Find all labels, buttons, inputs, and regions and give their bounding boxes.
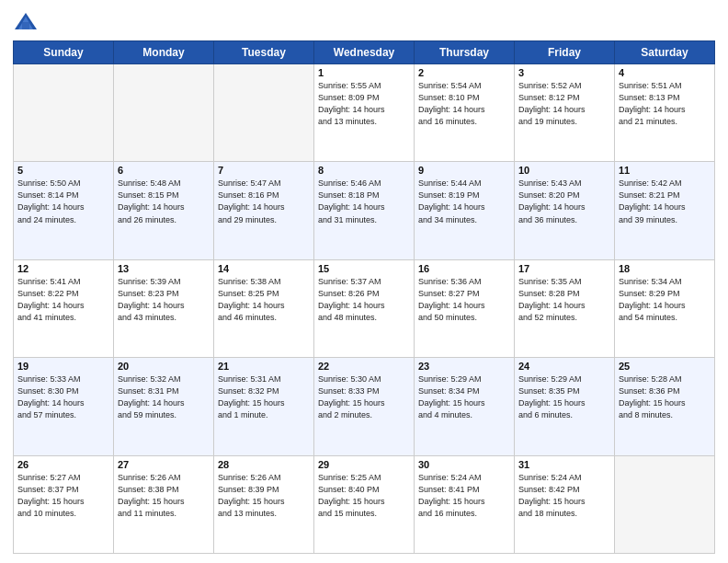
calendar-cell: 8Sunrise: 5:46 AM Sunset: 8:18 PM Daylig… <box>314 162 415 259</box>
day-number: 11 <box>619 165 711 176</box>
day-number: 24 <box>518 361 610 372</box>
calendar-header-wednesday: Wednesday <box>314 41 415 64</box>
day-number: 29 <box>318 459 410 470</box>
day-info: Sunrise: 5:25 AM Sunset: 8:40 PM Dayligh… <box>318 472 410 520</box>
svg-rect-2 <box>22 22 29 29</box>
calendar-cell: 3Sunrise: 5:52 AM Sunset: 8:12 PM Daylig… <box>515 64 615 162</box>
day-number: 12 <box>17 263 109 274</box>
day-number: 6 <box>118 165 210 176</box>
day-info: Sunrise: 5:26 AM Sunset: 8:38 PM Dayligh… <box>118 472 210 520</box>
day-info: Sunrise: 5:38 AM Sunset: 8:25 PM Dayligh… <box>218 276 310 324</box>
calendar-header-monday: Monday <box>114 41 214 64</box>
day-number: 20 <box>118 361 210 372</box>
day-info: Sunrise: 5:54 AM Sunset: 8:10 PM Dayligh… <box>418 80 510 128</box>
header <box>13 9 715 35</box>
day-number: 23 <box>418 361 510 372</box>
day-number: 27 <box>118 459 210 470</box>
day-number: 7 <box>218 165 310 176</box>
day-info: Sunrise: 5:30 AM Sunset: 8:33 PM Dayligh… <box>318 373 410 421</box>
calendar-cell: 16Sunrise: 5:36 AM Sunset: 8:27 PM Dayli… <box>415 259 515 357</box>
calendar-cell <box>214 64 314 162</box>
calendar-week-row: 1Sunrise: 5:55 AM Sunset: 8:09 PM Daylig… <box>14 64 715 162</box>
day-number: 2 <box>418 67 510 78</box>
day-number: 9 <box>418 165 510 176</box>
day-info: Sunrise: 5:55 AM Sunset: 8:09 PM Dayligh… <box>318 80 410 128</box>
day-number: 14 <box>218 263 310 274</box>
calendar-cell: 14Sunrise: 5:38 AM Sunset: 8:25 PM Dayli… <box>214 259 314 357</box>
calendar-header-row: SundayMondayTuesdayWednesdayThursdayFrid… <box>14 41 715 64</box>
day-number: 3 <box>518 67 610 78</box>
calendar-week-row: 26Sunrise: 5:27 AM Sunset: 8:37 PM Dayli… <box>14 455 715 553</box>
calendar-cell: 9Sunrise: 5:44 AM Sunset: 8:19 PM Daylig… <box>415 162 515 259</box>
day-number: 26 <box>17 459 109 470</box>
day-number: 15 <box>318 263 410 274</box>
calendar-cell: 1Sunrise: 5:55 AM Sunset: 8:09 PM Daylig… <box>314 64 415 162</box>
calendar-cell: 22Sunrise: 5:30 AM Sunset: 8:33 PM Dayli… <box>314 358 415 455</box>
calendar-cell: 20Sunrise: 5:32 AM Sunset: 8:31 PM Dayli… <box>114 358 214 455</box>
calendar-cell: 7Sunrise: 5:47 AM Sunset: 8:16 PM Daylig… <box>214 162 314 259</box>
day-number: 13 <box>118 263 210 274</box>
day-info: Sunrise: 5:28 AM Sunset: 8:36 PM Dayligh… <box>619 373 711 421</box>
calendar-cell: 27Sunrise: 5:26 AM Sunset: 8:38 PM Dayli… <box>114 455 214 553</box>
day-number: 4 <box>619 67 711 78</box>
day-info: Sunrise: 5:39 AM Sunset: 8:23 PM Dayligh… <box>118 276 210 324</box>
day-info: Sunrise: 5:26 AM Sunset: 8:39 PM Dayligh… <box>218 472 310 520</box>
day-info: Sunrise: 5:47 AM Sunset: 8:16 PM Dayligh… <box>218 178 310 225</box>
page: SundayMondayTuesdayWednesdayThursdayFrid… <box>0 0 728 563</box>
day-info: Sunrise: 5:50 AM Sunset: 8:14 PM Dayligh… <box>17 178 109 225</box>
day-info: Sunrise: 5:31 AM Sunset: 8:32 PM Dayligh… <box>218 373 310 421</box>
calendar-cell: 28Sunrise: 5:26 AM Sunset: 8:39 PM Dayli… <box>214 455 314 553</box>
day-number: 28 <box>218 459 310 470</box>
calendar-cell: 17Sunrise: 5:35 AM Sunset: 8:28 PM Dayli… <box>515 259 615 357</box>
day-number: 8 <box>318 165 410 176</box>
calendar-cell: 31Sunrise: 5:24 AM Sunset: 8:42 PM Dayli… <box>515 455 615 553</box>
calendar-cell: 29Sunrise: 5:25 AM Sunset: 8:40 PM Dayli… <box>314 455 415 553</box>
day-number: 31 <box>518 459 610 470</box>
day-number: 10 <box>518 165 610 176</box>
calendar-cell: 6Sunrise: 5:48 AM Sunset: 8:15 PM Daylig… <box>114 162 214 259</box>
calendar-cell: 26Sunrise: 5:27 AM Sunset: 8:37 PM Dayli… <box>14 455 114 553</box>
day-info: Sunrise: 5:36 AM Sunset: 8:27 PM Dayligh… <box>418 276 510 324</box>
calendar-cell: 19Sunrise: 5:33 AM Sunset: 8:30 PM Dayli… <box>14 358 114 455</box>
logo-icon <box>13 9 39 35</box>
calendar-header-thursday: Thursday <box>415 41 515 64</box>
calendar-cell: 12Sunrise: 5:41 AM Sunset: 8:22 PM Dayli… <box>14 259 114 357</box>
day-info: Sunrise: 5:24 AM Sunset: 8:41 PM Dayligh… <box>418 472 510 520</box>
day-info: Sunrise: 5:24 AM Sunset: 8:42 PM Dayligh… <box>518 472 610 520</box>
calendar-cell: 30Sunrise: 5:24 AM Sunset: 8:41 PM Dayli… <box>415 455 515 553</box>
calendar-cell: 10Sunrise: 5:43 AM Sunset: 8:20 PM Dayli… <box>515 162 615 259</box>
calendar-week-row: 12Sunrise: 5:41 AM Sunset: 8:22 PM Dayli… <box>14 259 715 357</box>
calendar-cell: 4Sunrise: 5:51 AM Sunset: 8:13 PM Daylig… <box>615 64 715 162</box>
day-info: Sunrise: 5:44 AM Sunset: 8:19 PM Dayligh… <box>418 178 510 225</box>
calendar-cell: 15Sunrise: 5:37 AM Sunset: 8:26 PM Dayli… <box>314 259 415 357</box>
day-number: 30 <box>418 459 510 470</box>
day-info: Sunrise: 5:51 AM Sunset: 8:13 PM Dayligh… <box>619 80 711 128</box>
day-number: 25 <box>619 361 711 372</box>
calendar-header-sunday: Sunday <box>14 41 114 64</box>
calendar-cell: 11Sunrise: 5:42 AM Sunset: 8:21 PM Dayli… <box>615 162 715 259</box>
day-number: 22 <box>318 361 410 372</box>
day-number: 5 <box>17 165 109 176</box>
calendar-header-tuesday: Tuesday <box>214 41 314 64</box>
calendar-cell: 13Sunrise: 5:39 AM Sunset: 8:23 PM Dayli… <box>114 259 214 357</box>
calendar-cell: 2Sunrise: 5:54 AM Sunset: 8:10 PM Daylig… <box>415 64 515 162</box>
day-info: Sunrise: 5:29 AM Sunset: 8:34 PM Dayligh… <box>418 373 510 421</box>
calendar-header-saturday: Saturday <box>615 41 715 64</box>
calendar-cell: 23Sunrise: 5:29 AM Sunset: 8:34 PM Dayli… <box>415 358 515 455</box>
calendar-cell <box>14 64 114 162</box>
day-number: 17 <box>518 263 610 274</box>
calendar-week-row: 5Sunrise: 5:50 AM Sunset: 8:14 PM Daylig… <box>14 162 715 259</box>
day-info: Sunrise: 5:32 AM Sunset: 8:31 PM Dayligh… <box>118 373 210 421</box>
calendar-cell: 24Sunrise: 5:29 AM Sunset: 8:35 PM Dayli… <box>515 358 615 455</box>
day-number: 18 <box>619 263 711 274</box>
calendar-header-friday: Friday <box>515 41 615 64</box>
calendar-cell <box>114 64 214 162</box>
day-number: 16 <box>418 263 510 274</box>
day-info: Sunrise: 5:42 AM Sunset: 8:21 PM Dayligh… <box>619 178 711 225</box>
day-info: Sunrise: 5:37 AM Sunset: 8:26 PM Dayligh… <box>318 276 410 324</box>
logo <box>13 9 42 35</box>
day-info: Sunrise: 5:43 AM Sunset: 8:20 PM Dayligh… <box>518 178 610 225</box>
day-info: Sunrise: 5:41 AM Sunset: 8:22 PM Dayligh… <box>17 276 109 324</box>
day-number: 21 <box>218 361 310 372</box>
day-number: 19 <box>17 361 109 372</box>
